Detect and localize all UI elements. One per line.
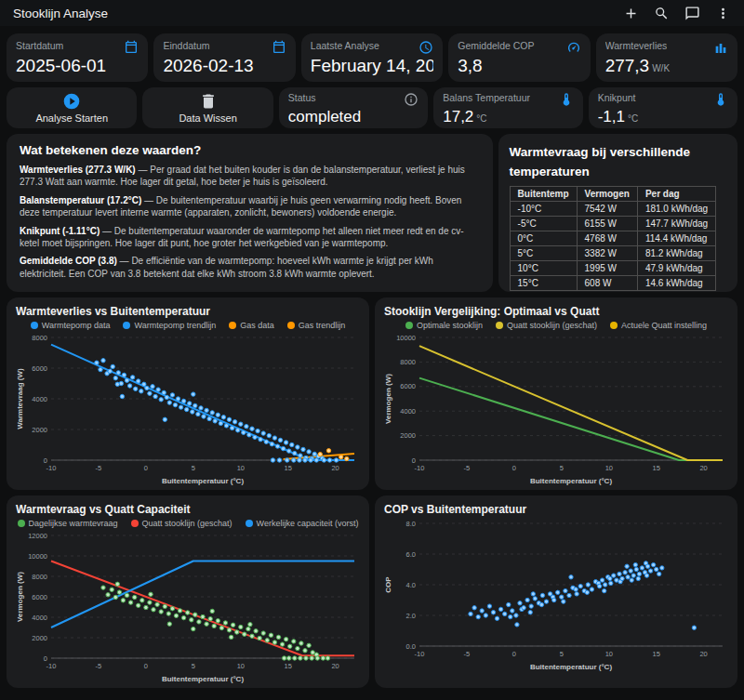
table-cell: 0°C	[510, 231, 577, 245]
legend-item-optimale-stooklijn[interactable]: Optimale stooklijn	[405, 321, 483, 330]
explanation-card: Wat betekenen deze waarden? Warmteverlie…	[7, 134, 493, 292]
table-cell: 15°C	[510, 275, 577, 290]
page-title: Stooklijn Analyse	[13, 7, 108, 20]
table-cell: 3382 W	[577, 245, 637, 260]
svg-text:10: 10	[605, 464, 613, 472]
table-cell: 1995 W	[577, 260, 637, 275]
legend-item-gas-trendlijn[interactable]: Gas trendlijn	[287, 321, 346, 330]
legend-label: Gas data	[240, 321, 274, 330]
chart-legend: Optimale stooklijnQuatt stooklijn (gesch…	[382, 318, 730, 330]
stat-card-status[interactable]: Status completed	[279, 87, 428, 128]
svg-text:Vermogen (W): Vermogen (W)	[16, 572, 24, 622]
button-analyse-starten[interactable]: Analyse Starten	[7, 87, 137, 128]
stat-top: Balans Temperatuur	[443, 92, 573, 107]
stat-card-startdatum[interactable]: Startdatum 2025-06-01	[7, 33, 148, 82]
svg-text:5: 5	[192, 464, 195, 472]
stat-label: Startdatum	[16, 40, 63, 51]
table-cell: 147.7 kWh/dag	[637, 216, 715, 231]
calendar-icon	[124, 40, 139, 55]
table-row: -10°C7542 W181.0 kWh/dag	[510, 201, 716, 216]
table-cell: 114.4 kWh/dag	[637, 231, 715, 245]
stat-unit: °C	[476, 113, 486, 124]
stat-card-gemiddelde-cop[interactable]: Gemiddelde COP 3,8	[448, 33, 590, 82]
legend-label: Warmtepomp trendlijn	[134, 321, 216, 330]
legend-dot	[31, 322, 38, 329]
svg-text:Buitentemperatuur (°C): Buitentemperatuur (°C)	[530, 477, 612, 485]
calendar-icon	[272, 40, 286, 55]
legend-item-actuele-quatt-instelling[interactable]: Actuele Quatt instelling	[610, 321, 707, 330]
table-row: 0°C4768 W114.4 kWh/dag	[510, 231, 716, 245]
chart-card-stooklijn-vergelijking: Stooklijn Vergelijking: Optimaal vs Quat…	[375, 297, 737, 490]
stat-card-einddatum[interactable]: Einddatum 2026-02-13	[153, 33, 295, 82]
search-icon[interactable]	[654, 6, 670, 21]
button-data-wissen[interactable]: Data Wissen	[142, 87, 272, 128]
chart-title: Stooklijn Vergelijking: Optimaal vs Quat…	[382, 305, 730, 318]
table-cell: 14.6 kWh/dag	[637, 275, 715, 290]
stat-label: Status	[288, 92, 316, 103]
legend-label: Dagelijkse warmtevraag	[29, 519, 118, 528]
svg-text:-5: -5	[96, 662, 102, 670]
table-row: 15°C608 W14.6 kWh/dag	[510, 275, 716, 290]
svg-text:Vermogen (W): Vermogen (W)	[384, 374, 392, 424]
stat-card-laatste-analyse[interactable]: Laatste Analyse February 14, 2025	[301, 33, 443, 82]
svg-text:-5: -5	[96, 464, 102, 472]
legend-dot	[123, 322, 130, 329]
svg-text:2000: 2000	[32, 426, 47, 434]
legend-item-dagelijkse-warmtevraag[interactable]: Dagelijkse warmtevraag	[18, 519, 118, 528]
stat-top: Startdatum	[16, 40, 139, 55]
legend-item-quatt-stooklijn-geschat[interactable]: Quatt stooklijn (geschat)	[496, 321, 597, 330]
svg-text:10: 10	[237, 662, 245, 670]
stat-value: 3,8	[458, 56, 580, 76]
legend-item-warmtepomp-trendlijn[interactable]: Warmtepomp trendlijn	[123, 321, 216, 330]
legend-label: Gas trendlijn	[299, 321, 346, 330]
chart-canvas: 020004000600080001000012000-10-505101520…	[14, 528, 362, 684]
svg-text:4000: 4000	[32, 395, 47, 403]
stat-value: 2026-02-13	[163, 56, 286, 76]
stat-card-warmteverlies[interactable]: Warmteverlies 277,3W/K	[596, 33, 737, 82]
header-actions	[623, 6, 731, 21]
svg-text:20: 20	[331, 464, 339, 472]
legend-item-gas-data[interactable]: Gas data	[229, 321, 274, 330]
svg-text:0: 0	[144, 464, 148, 472]
legend-item-quatt-stooklijn-geschat[interactable]: Quatt stooklijn (geschat)	[131, 519, 232, 528]
svg-text:2000: 2000	[400, 431, 416, 440]
charts-grid: Warmteverlies vs Buitentemperatuur Warmt…	[7, 297, 737, 688]
table-header-row: BuitentempVermogenPer dag	[510, 186, 716, 201]
legend-dot	[287, 322, 295, 329]
explanation-term: Balanstemperatuur (17.2°C)	[20, 195, 141, 205]
demand-table-card: Warmtevraag bij verschillende temperatur…	[498, 134, 737, 292]
stat-top: Warmteverlies	[605, 40, 728, 55]
clock-icon	[418, 40, 433, 55]
stat-card-knikpunt[interactable]: Knikpunt -1,1°C	[589, 87, 737, 128]
add-icon[interactable]	[623, 6, 639, 21]
stat-value: -1,1°C	[598, 108, 728, 126]
explanation-item: Knikpunt (-1.11°C) — De buitentemperatuu…	[20, 225, 480, 250]
svg-text:4000: 4000	[400, 407, 416, 416]
table-row: 5°C3382 W81.2 kWh/dag	[510, 245, 716, 260]
svg-text:20: 20	[699, 650, 707, 658]
svg-text:2000: 2000	[32, 634, 47, 642]
table-cell: 10°C	[510, 260, 577, 275]
svg-text:6000: 6000	[400, 382, 416, 390]
stats-row-2: Analyse Starten Data Wissen Status compl…	[7, 87, 737, 128]
legend-dot	[610, 322, 618, 329]
svg-text:4000: 4000	[32, 614, 47, 622]
svg-text:-10: -10	[415, 650, 425, 658]
legend-item-werkelijke-capaciteit-vorst[interactable]: Werkelijke capaciteit (vorst)	[246, 519, 359, 528]
assist-chat-icon[interactable]	[684, 6, 700, 21]
table-cell: 6155 W	[577, 216, 637, 231]
stat-top: Einddatum	[163, 40, 286, 55]
svg-text:0: 0	[512, 464, 516, 472]
chart-title: COP vs Buitentemperatuur	[382, 503, 730, 516]
stat-card-balans-temperatuur[interactable]: Balans Temperatuur 17,2°C	[433, 87, 582, 128]
table-header: Per dag	[637, 186, 715, 201]
table-header: Buitentemp	[510, 186, 577, 201]
legend-item-warmtepomp-data[interactable]: Warmtepomp data	[31, 321, 111, 330]
explanation-items: Warmteverlies (277.3 W/K) — Per graad da…	[20, 164, 480, 280]
legend-dot	[496, 322, 503, 329]
svg-text:12000: 12000	[28, 532, 47, 540]
overflow-menu-icon[interactable]	[715, 6, 731, 21]
stat-label: Gemiddelde COP	[458, 40, 534, 51]
stat-value: February 14, 2025	[311, 56, 433, 76]
stat-value: completed	[288, 108, 418, 126]
